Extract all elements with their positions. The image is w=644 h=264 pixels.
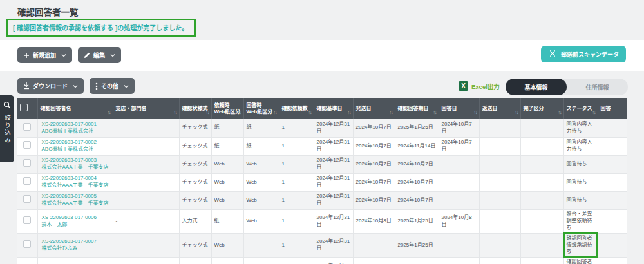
row-checkbox[interactable] xyxy=(23,216,31,224)
column-header-7[interactable]: 発送日↑↓ xyxy=(353,98,395,119)
cell-answer xyxy=(598,191,627,209)
tab-basic-info[interactable]: 基本情報 xyxy=(506,79,567,95)
row-checkbox[interactable] xyxy=(23,159,31,167)
row-checkbox-cell xyxy=(17,191,37,209)
others-button[interactable]: その他 xyxy=(90,78,135,94)
cell-base-date: 2024年12月31日 xyxy=(314,119,353,137)
sort-icon[interactable]: ↑↓ xyxy=(558,110,562,116)
row-checkbox-cell xyxy=(17,233,37,257)
row-checkbox[interactable] xyxy=(23,177,31,185)
cell-base-date: 2024年12月31日 xyxy=(314,173,353,191)
column-header-10[interactable]: 返送日↑↓ xyxy=(479,98,520,119)
row-checkbox[interactable] xyxy=(23,123,31,131)
cell-format: チェック式 xyxy=(179,137,211,155)
sort-icon[interactable]: ↑↓ xyxy=(206,110,209,116)
cell-answer xyxy=(598,233,627,257)
column-header-3[interactable]: 依頼時 Web紙区分↑↓ xyxy=(211,98,243,119)
chevron-down-icon xyxy=(73,84,78,88)
sort-icon[interactable]: ↑↓ xyxy=(433,110,437,116)
column-header-1[interactable]: 支店・部門名↑↓ xyxy=(113,98,179,119)
cell-format: チェック式 xyxy=(179,233,211,257)
respondent-company-name: 鈴木 太郎 xyxy=(42,222,110,229)
row-checkbox[interactable] xyxy=(23,141,31,149)
row-checkbox[interactable] xyxy=(23,195,31,203)
cell-answer-media: Web xyxy=(243,173,279,191)
cell-sent-date: 2024年10月7日 xyxy=(353,119,395,137)
sort-icon[interactable]: ↑↓ xyxy=(592,110,596,116)
respondent-id-link[interactable]: XS-22092603-017-0002 xyxy=(42,139,110,146)
filter-panel-tab[interactable]: 絞り込み xyxy=(0,95,14,162)
table-row: XS-22092603-017-0003株式会社AAA工業 千葉支店チェック式W… xyxy=(17,155,627,173)
column-header-4[interactable]: 回答時 Web紙区分↑↓ xyxy=(243,98,279,119)
respondent-company-name: ABC機械工業株式会社 xyxy=(42,146,110,153)
row-checkbox[interactable] xyxy=(23,240,31,248)
sort-icon[interactable]: ↑↓ xyxy=(108,110,111,116)
sort-icon[interactable]: ↑↓ xyxy=(515,110,518,116)
cell-respondent-name: XS-22092603-017-0008葛飾製鉄株式会社 xyxy=(37,258,113,264)
column-header-12[interactable]: ステータス↑↓ xyxy=(564,98,598,119)
cell-answer xyxy=(598,209,627,233)
cell-complete-category xyxy=(520,137,564,155)
cell-answer-media: 紙 xyxy=(243,137,279,155)
pre-mailing-scan-button[interactable]: 郵送前スキャンデータ xyxy=(541,46,626,62)
column-header-label: 確認基準日 xyxy=(317,106,343,111)
sort-icon[interactable]: ↑↓ xyxy=(390,110,393,116)
cell-request-media: Web xyxy=(211,233,243,257)
cell-return-date xyxy=(479,137,520,155)
cell-answer-media: Web xyxy=(243,191,279,209)
sort-icon[interactable]: ↑↓ xyxy=(238,110,242,116)
column-header-6[interactable]: 確認基準日↑↓ xyxy=(314,98,353,119)
tab-address-info[interactable]: 住所情報 xyxy=(567,79,628,95)
column-header-5[interactable]: 確認依頼数↑↓ xyxy=(279,98,314,119)
cell-answer-date xyxy=(439,155,479,173)
cell-base-date: 2024年12月31日 xyxy=(314,233,353,257)
cell-answer xyxy=(598,155,627,173)
respondent-id-link[interactable]: XS-22092603-017-0006 xyxy=(42,214,110,222)
column-header-label: ステータス xyxy=(567,106,592,111)
respondent-id-link[interactable]: XS-22092603-017-0001 xyxy=(42,121,110,128)
cell-request-count: 1 xyxy=(279,191,314,209)
edit-button[interactable]: 編集 xyxy=(78,47,121,63)
sort-icon[interactable]: ↑↓ xyxy=(174,110,177,116)
column-header-11[interactable]: 完了区分↑↓ xyxy=(520,98,564,119)
column-header-9[interactable]: 回答日↑↓ xyxy=(439,98,479,119)
cell-sent-date xyxy=(353,258,395,264)
sort-icon[interactable]: ↑↓ xyxy=(274,110,277,116)
table-row: XS-22092603-017-0007株式会社ひふみチェック式Web12024… xyxy=(17,233,627,257)
chevron-down-icon xyxy=(124,84,129,88)
cell-complete-category xyxy=(520,155,564,173)
column-header-2[interactable]: 確認状様式↑↓ xyxy=(179,98,211,119)
sort-icon[interactable]: ↑↓ xyxy=(308,110,312,116)
cell-answer-media: Web xyxy=(243,209,279,233)
action-toolbar: 新規追加 編集 xyxy=(17,47,121,63)
sort-icon[interactable]: ↑↓ xyxy=(474,110,477,116)
cell-answer-date xyxy=(439,233,479,257)
respondent-id-link[interactable]: XS-22092603-017-0004 xyxy=(42,175,110,182)
select-all-checkbox[interactable] xyxy=(20,104,28,111)
excel-export-button[interactable]: X Excel出力 xyxy=(459,81,500,91)
cell-answer-date xyxy=(439,173,479,191)
column-header-8[interactable]: 確認回答期日↑↓ xyxy=(395,98,439,119)
cell-complete-category xyxy=(520,173,564,191)
cell-format: チェック式 xyxy=(179,155,211,173)
cell-answer-date xyxy=(439,258,479,264)
column-header-label: 依頼時 Web紙区分 xyxy=(214,102,241,115)
cell-base-date: 2024年12月31日 xyxy=(314,191,353,209)
cell-request-count: 1 xyxy=(279,173,314,191)
respondent-company-name: 株式会社AAA工業 千葉支店 xyxy=(42,164,110,171)
sort-icon[interactable]: ↑↓ xyxy=(348,110,351,116)
cell-answer xyxy=(598,173,627,191)
table-row: XS-22092603-017-0001ABC機械工業株式会社チェック式紙紙12… xyxy=(17,119,627,137)
cell-answer-date: 2024年10月8日 xyxy=(439,209,479,233)
respondent-id-link[interactable]: XS-22092603-017-0003 xyxy=(42,157,110,164)
column-header-0[interactable]: 確認回答者名↑↓ xyxy=(37,98,113,119)
cell-answer-date xyxy=(439,191,479,209)
cell-due-date: 2024年10月7日 xyxy=(395,155,439,173)
cell-return-date xyxy=(479,155,520,173)
add-new-button[interactable]: 新規追加 xyxy=(17,47,72,63)
cell-status: 回答待ち xyxy=(564,155,598,173)
respondent-id-link[interactable]: XS-22092603-017-0005 xyxy=(42,193,110,200)
download-button[interactable]: ダウンロード xyxy=(17,78,84,94)
respondent-company-name: 株式会社ひふみ xyxy=(42,245,110,252)
respondent-id-link[interactable]: XS-22092603-017-0007 xyxy=(42,238,110,245)
